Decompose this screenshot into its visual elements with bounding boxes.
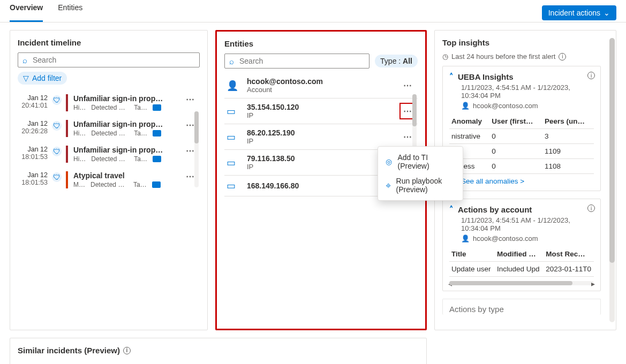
entity-row[interactable]: 👤 hcook@contoso.com Account ⋯ (224, 73, 418, 98)
filter-icon: ▽ (23, 74, 29, 82)
search-icon: ⌕ (229, 57, 234, 66)
ip-icon: ▭ (227, 105, 242, 117)
scrollbar[interactable] (194, 111, 199, 187)
table-row[interactable]: Update userIncluded Upd2023-01-11T0 (449, 262, 594, 277)
account-icon: 👤 (227, 80, 242, 92)
shield-icon: 🛡 (52, 147, 62, 156)
see-all-anomalies-link[interactable]: See all anomalies > (461, 177, 594, 185)
ip-icon: ▭ (227, 180, 242, 192)
actions-table: Title Modified … Most Rec… Update userIn… (449, 247, 594, 277)
info-icon[interactable]: i (559, 53, 566, 60)
entities-panel: Entities ⌕ Type : All 👤 hcook@contoso.co… (215, 30, 427, 330)
timeline-date: Jan 1220:41:01 (18, 94, 48, 109)
add-filter-button[interactable]: ▽ Add filter (18, 72, 67, 85)
tactic-chip-icon (153, 130, 161, 136)
chevron-up-icon[interactable]: ˄ (449, 72, 454, 81)
severity-bar (66, 171, 68, 188)
shield-icon: 🛡 (52, 121, 62, 131)
info-icon[interactable]: i (587, 204, 595, 212)
incident-actions-button[interactable]: Incident actions ⌄ (542, 5, 616, 20)
chevron-down-icon: ⌄ (604, 9, 610, 17)
ueba-table: Anomaly User (first… Peers (un… nistrati… (449, 114, 594, 174)
actions-by-type-card: Actions by type (442, 299, 601, 315)
h-scrollbar[interactable]: ◂ ▸ (449, 281, 594, 285)
tactic-chip-icon (153, 156, 161, 162)
entities-title: Entities (224, 39, 418, 48)
timeline-date: Jan 1218:01:53 (18, 171, 48, 186)
info-icon[interactable]: i (123, 347, 131, 354)
incident-timeline-panel: Incident timeline ⌕ ▽ Add filter Jan 122… (10, 30, 208, 330)
entity-title: 168.149.166.80 (247, 181, 394, 190)
similar-incidents-title: Similar incidents (Preview) (18, 346, 120, 355)
entity-subtype: Account (247, 86, 394, 94)
shield-icon: 🛡 (52, 172, 62, 182)
severity-bar (66, 120, 68, 137)
timeline-search-input[interactable] (32, 55, 195, 65)
ueba-insights-card: i ˄ UEBA Insights 1/11/2023, 4:54:51 AM … (442, 66, 601, 191)
ip-icon: ▭ (227, 157, 242, 169)
insights-title: Top insights (442, 38, 613, 47)
tactic-chip-icon (153, 104, 161, 111)
timeline-date: Jan 1220:26:28 (18, 120, 48, 135)
similar-incidents-panel: Similar incidents (Preview) i Severity I… (10, 338, 427, 364)
clock-icon: ◷ (442, 52, 448, 60)
more-icon[interactable]: ⋯ (399, 80, 416, 90)
entity-title: 79.116.138.50 (247, 154, 394, 163)
entities-search-input[interactable] (238, 56, 365, 66)
actions-by-account-card: i ˄ Actions by account 1/11/2023, 4:54:5… (442, 199, 601, 291)
timeline-row[interactable]: Jan 1220:26:28 🛡 Unfamiliar sign-in prop… (18, 116, 200, 141)
timeline-date: Jan 1218:01:53 (18, 146, 48, 161)
top-tabs: Overview Entities (10, 3, 82, 22)
chevron-up-icon[interactable]: ˄ (449, 204, 454, 214)
timeline-row[interactable]: Jan 1218:01:53 🛡 Unfamiliar sign-in prop… (18, 141, 200, 167)
ctx-add-to-ti[interactable]: ◎ Add to TI (Preview) (383, 150, 457, 173)
entity-type-filter[interactable]: Type : All (375, 55, 418, 67)
timeline-row[interactable]: Jan 1220:41:01 🛡 Unfamiliar sign-in prop… (18, 90, 200, 116)
search-icon: ⌕ (22, 56, 27, 65)
timeline-search[interactable]: ⌕ (18, 52, 200, 67)
timeline-item-title: Atypical travel (73, 171, 182, 180)
entity-title: 86.20.125.190 (247, 128, 394, 137)
entity-subtype: IP (247, 111, 394, 119)
entity-context-menu: ◎ Add to TI (Preview) ⎆ Run playbook (Pr… (378, 146, 463, 201)
table-row[interactable]: Access01108 (449, 159, 594, 174)
timeline-item-title: Unfamiliar sign-in prop… (73, 146, 182, 154)
scrollbar[interactable] (609, 38, 615, 322)
insights-range-label: Last 24 hours before the first alert (451, 52, 555, 60)
entity-title: hcook@contoso.com (247, 77, 394, 86)
entity-subtype: IP (247, 137, 394, 145)
timeline-item-title: Unfamiliar sign-in prop… (73, 94, 182, 103)
tab-entities[interactable]: Entities (58, 3, 82, 22)
account-icon: 👤 (461, 234, 470, 242)
entity-title: 35.154.150.120 (247, 103, 394, 111)
severity-bar (66, 146, 68, 163)
table-row[interactable]: ion01109 (449, 144, 594, 159)
playbook-icon: ⎆ (384, 181, 392, 189)
ctx-run-playbook[interactable]: ⎆ Run playbook (Preview) (383, 173, 457, 197)
target-icon: ◎ (384, 157, 393, 166)
account-icon: 👤 (461, 102, 470, 110)
entity-subtype: IP (247, 163, 394, 171)
timeline-item-title: Unfamiliar sign-in prop… (73, 120, 182, 128)
ip-icon: ▭ (227, 131, 242, 143)
shield-icon: 🛡 (52, 95, 62, 105)
table-row[interactable]: nistrative03 (449, 129, 594, 144)
severity-bar (66, 94, 68, 111)
incident-actions-label: Incident actions (548, 9, 600, 17)
entity-row[interactable]: ▭ 35.154.150.120 IP ⋯ (224, 98, 418, 124)
timeline-row[interactable]: Jan 1218:01:53 🛡 Atypical travel M… Dete… (18, 167, 200, 193)
more-icon[interactable]: ⋯ (186, 94, 200, 104)
tactic-chip-icon (152, 181, 161, 188)
timeline-title: Incident timeline (18, 38, 200, 47)
tab-overview[interactable]: Overview (10, 3, 43, 22)
info-icon[interactable]: i (587, 72, 595, 79)
entities-search[interactable]: ⌕ (224, 54, 369, 69)
